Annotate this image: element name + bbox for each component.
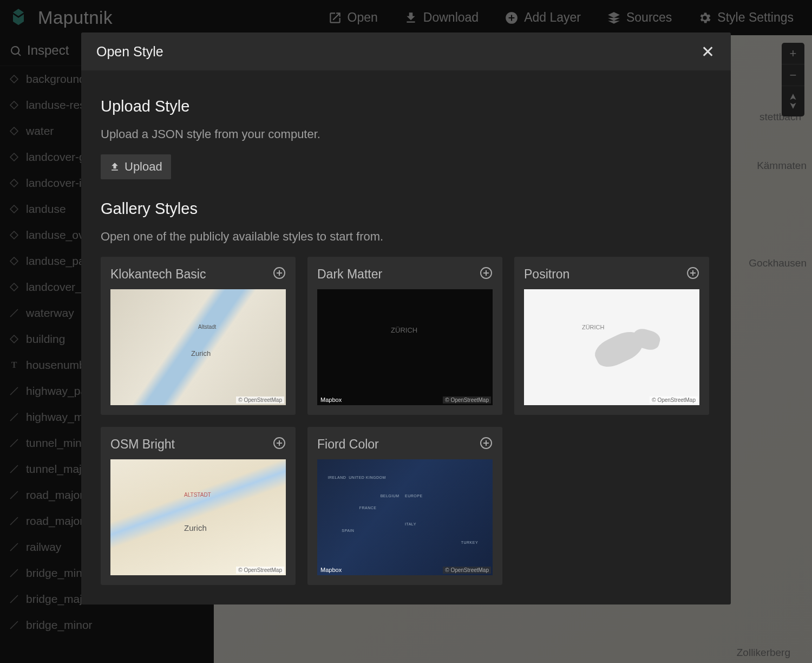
gallery-style-card[interactable]: Positron ZÜRICH© OpenStreetMap <box>514 257 709 415</box>
modal-header: Open Style ✕ <box>81 32 731 70</box>
open-style-modal: Open Style ✕ Upload Style Upload a JSON … <box>81 32 731 604</box>
add-circle-icon <box>480 437 493 452</box>
gallery-card-title: OSM Bright <box>110 437 175 452</box>
gallery-card-title: Dark Matter <box>317 267 382 282</box>
add-circle-icon <box>273 437 286 452</box>
add-circle-icon <box>686 266 699 282</box>
add-circle-icon <box>273 266 286 282</box>
gallery-thumbnail: ZÜRICHMapbox© OpenStreetMap <box>317 289 493 405</box>
gallery-card-title: Positron <box>524 267 569 282</box>
gallery-heading: Gallery Styles <box>101 200 711 218</box>
gallery-style-card[interactable]: OSM Bright ZurichALTSTADT© OpenStreetMap <box>101 427 296 585</box>
gallery-thumbnail: ZÜRICH© OpenStreetMap <box>524 289 699 405</box>
gallery-style-card[interactable]: Dark Matter ZÜRICHMapbox© OpenStreetMap <box>307 257 502 415</box>
upload-button-label: Upload <box>125 160 162 174</box>
upload-desc: Upload a JSON style from your computer. <box>101 127 711 141</box>
upload-heading: Upload Style <box>101 98 711 115</box>
upload-button[interactable]: Upload <box>101 154 171 179</box>
add-circle-icon <box>480 266 493 282</box>
gallery-card-title: Klokantech Basic <box>110 267 206 282</box>
gallery-style-card[interactable]: Fiord Color UNITED KINGDOMIRELANDBELGIUM… <box>307 427 502 585</box>
gallery-thumbnail: UNITED KINGDOMIRELANDBELGIUMEUROPEFRANCE… <box>317 459 493 575</box>
modal-title: Open Style <box>96 44 163 60</box>
gallery-thumbnail: ZurichAltstadt© OpenStreetMap <box>110 289 286 405</box>
close-icon[interactable]: ✕ <box>699 43 716 60</box>
gallery-desc: Open one of the publicly available style… <box>101 230 711 244</box>
upload-icon <box>109 161 120 172</box>
gallery-thumbnail: ZurichALTSTADT© OpenStreetMap <box>110 459 286 575</box>
gallery-style-card[interactable]: Klokantech Basic ZurichAltstadt© OpenStr… <box>101 257 296 415</box>
gallery-card-title: Fiord Color <box>317 437 379 452</box>
